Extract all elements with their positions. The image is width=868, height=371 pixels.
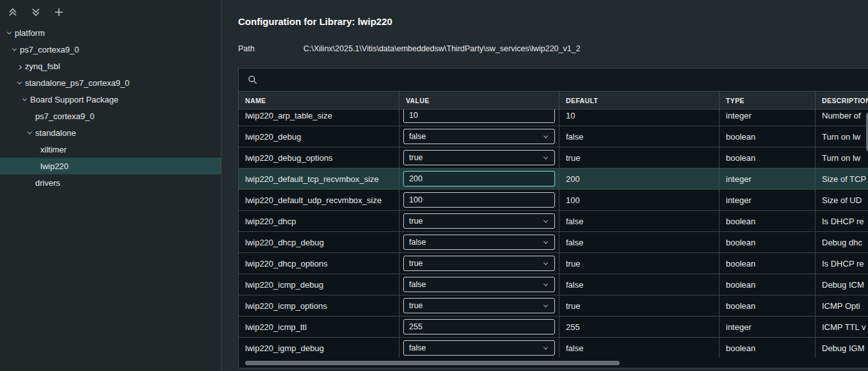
param-value-cell: false: [399, 338, 559, 358]
table-row-lwip220_debug[interactable]: lwip220_debugfalsefalsebooleanTurn on lw: [239, 126, 868, 147]
table-row-lwip220_icmp_debug[interactable]: lwip220_icmp_debugfalsefalsebooleanDebug…: [239, 274, 868, 295]
vertical-scrollbar[interactable]: [865, 110, 868, 358]
search-input[interactable]: [264, 74, 864, 85]
sidebar-item-ps7_cortexa9_0[interactable]: ps7_cortexa9_0: [0, 41, 221, 58]
param-value-cell: [399, 110, 559, 126]
param-description: ICMP Opti: [816, 295, 868, 316]
sidebar-item-xiltimer[interactable]: xiltimer: [0, 141, 221, 158]
param-value-cell: true: [399, 295, 559, 316]
select-value: true: [409, 301, 423, 310]
table-body-viewport: lwip220_arp_table_size10integerNumber of…: [239, 110, 868, 358]
table-row-lwip220_dhcp[interactable]: lwip220_dhcptruefalsebooleanIs DHCP re: [239, 211, 868, 232]
param-default: false: [559, 232, 719, 252]
param-type: integer: [719, 110, 816, 126]
chevron-down-icon[interactable]: [24, 128, 35, 138]
sidebar-item-ps7_cortexa9_0[interactable]: ps7_cortexa9_0: [0, 108, 221, 124]
param-default: false: [559, 126, 719, 147]
param-type: boolean: [719, 338, 816, 358]
table-header: NAME VALUE DEFAULT TYPE DESCRIPTION: [239, 92, 868, 110]
param-name: lwip220_debug_options: [239, 147, 399, 168]
horizontal-scrollbar-thumb[interactable]: [245, 361, 620, 365]
column-header-description: DESCRIPTION: [816, 92, 868, 109]
select-value: true: [409, 259, 423, 268]
sidebar-item-drivers[interactable]: drivers: [0, 174, 221, 191]
chevron-down-icon[interactable]: [14, 78, 25, 88]
sidebar-item-label: standalone_ps7_cortexa9_0: [25, 78, 129, 88]
select-value: false: [409, 343, 426, 352]
param-value-input[interactable]: [403, 192, 555, 208]
param-name: lwip220_icmp_ttl: [239, 317, 399, 337]
param-name: lwip220_dhcp_debug: [239, 232, 399, 252]
add-button[interactable]: [52, 6, 65, 19]
collapse-all-button[interactable]: [6, 6, 19, 19]
search-bar: [239, 69, 868, 92]
param-value-input[interactable]: [403, 319, 555, 334]
param-description: ICMP TTL v: [816, 317, 868, 337]
param-description: Turn on lw: [816, 126, 868, 147]
chevron-down-icon[interactable]: [4, 28, 15, 38]
chevron-down-icon[interactable]: [9, 44, 20, 54]
table-row-lwip220_icmp_ttl[interactable]: lwip220_icmp_ttl255integerICMP TTL v: [239, 317, 868, 338]
sidebar-item-lwip220[interactable]: lwip220: [0, 158, 221, 174]
param-value-select[interactable]: false: [403, 129, 555, 144]
param-value-cell: false: [399, 274, 559, 295]
param-value-select[interactable]: true: [403, 213, 555, 229]
param-value-cell: false: [399, 232, 559, 252]
sidebar-item-label: Board Support Package: [30, 95, 118, 104]
column-header-default: DEFAULT: [559, 92, 719, 109]
sidebar-item-label: ps7_cortexa9_0: [35, 111, 95, 121]
param-default: true: [559, 253, 719, 274]
param-type: boolean: [719, 126, 816, 147]
chevron-down-icon: [542, 135, 549, 138]
param-name: lwip220_default_tcp_recvmbox_size: [239, 169, 399, 189]
param-type: boolean: [719, 232, 816, 252]
chevron-down-icon: [542, 283, 549, 286]
param-value-input[interactable]: [403, 171, 555, 186]
horizontal-scrollbar[interactable]: [239, 358, 868, 368]
param-type: integer: [719, 317, 816, 337]
table-row-lwip220_default_tcp_recvmbox_size[interactable]: lwip220_default_tcp_recvmbox_size200inte…: [239, 169, 868, 190]
param-value-cell: true: [399, 211, 559, 231]
param-description: Debug dhc: [816, 232, 868, 252]
select-value: true: [409, 217, 423, 226]
param-value-input[interactable]: [403, 110, 555, 123]
param-value-select[interactable]: false: [403, 235, 555, 250]
param-value-select[interactable]: false: [403, 340, 555, 356]
sidebar-item-standalone_ps7_cortexa9_0[interactable]: standalone_ps7_cortexa9_0: [0, 74, 221, 91]
chevron-down-icon: [542, 262, 549, 265]
param-name: lwip220_icmp_options: [239, 295, 399, 316]
param-type: boolean: [719, 295, 816, 316]
param-default: true: [559, 295, 719, 316]
param-value-select[interactable]: true: [403, 298, 555, 313]
table-row-lwip220_default_udp_recvmbox_size[interactable]: lwip220_default_udp_recvmbox_size100inte…: [239, 190, 868, 211]
chevron-down-icon[interactable]: [19, 94, 30, 104]
param-default: false: [559, 274, 719, 295]
chevron-down-icon: [542, 347, 549, 350]
chevron-right-icon[interactable]: [14, 61, 25, 71]
table-row-lwip220_dhcp_debug[interactable]: lwip220_dhcp_debugfalsefalsebooleanDebug…: [239, 232, 868, 253]
param-value-select[interactable]: false: [403, 277, 555, 292]
table-row-lwip220_arp_table_size[interactable]: lwip220_arp_table_size10integerNumber of: [239, 110, 868, 126]
param-value-select[interactable]: true: [403, 150, 555, 165]
param-name: lwip220_icmp_debug: [239, 274, 399, 295]
path-value: C:\Xilinx\2025.1\Vitis\data\embeddedsw\T…: [303, 44, 581, 53]
sidebar-item-label: ps7_cortexa9_0: [20, 45, 79, 54]
table-row-lwip220_icmp_options[interactable]: lwip220_icmp_optionstruetruebooleanICMP …: [239, 295, 868, 317]
table-row-lwip220_debug_options[interactable]: lwip220_debug_optionstruetruebooleanTurn…: [239, 147, 868, 169]
column-header-name: NAME: [239, 92, 399, 109]
chevron-placeholder: [29, 144, 40, 154]
param-value-select[interactable]: true: [403, 256, 555, 271]
table-row-lwip220_igmp_debug[interactable]: lwip220_igmp_debugfalsefalsebooleanDebug…: [239, 338, 868, 358]
chevron-placeholder: [24, 177, 35, 188]
param-description: Number of: [816, 110, 868, 126]
param-type: integer: [719, 169, 816, 189]
sidebar-item-zynq_fsbl[interactable]: zynq_fsbl: [0, 58, 221, 74]
sidebar-item-platform[interactable]: platform: [0, 24, 221, 41]
expand-all-button[interactable]: [29, 6, 42, 19]
sidebar-item-label: platform: [15, 28, 45, 38]
param-value-cell: true: [399, 253, 559, 274]
sidebar-item-Board Support Package[interactable]: Board Support Package: [0, 91, 221, 108]
sidebar-item-standalone[interactable]: standalone: [0, 124, 221, 141]
table-row-lwip220_dhcp_options[interactable]: lwip220_dhcp_optionstruetruebooleanIs DH…: [239, 253, 868, 274]
sidebar-item-label: drivers: [35, 178, 60, 188]
